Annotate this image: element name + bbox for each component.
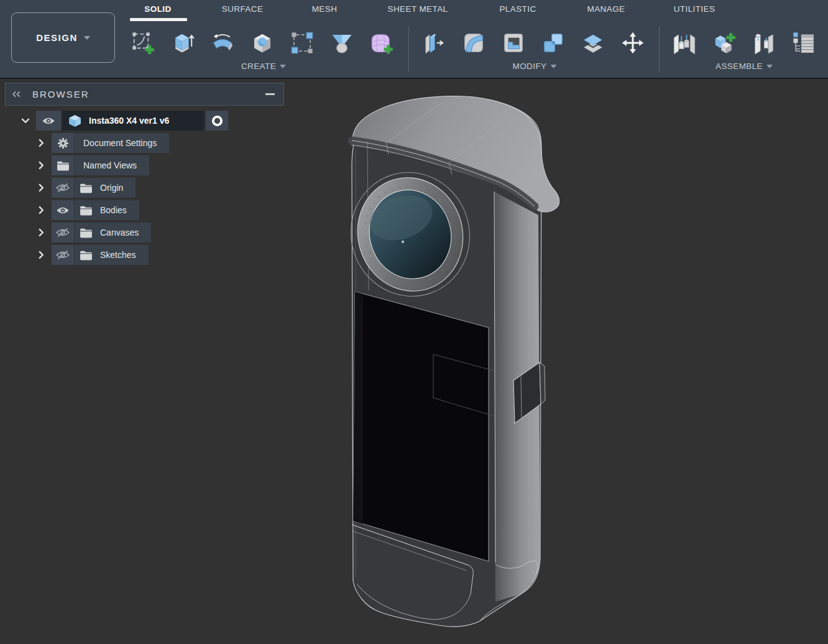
browser-item[interactable]: Bodies bbox=[74, 200, 139, 220]
browser-row-document-settings[interactable]: Document Settings bbox=[39, 133, 169, 153]
active-tab-underline bbox=[130, 18, 187, 21]
chevron-down-icon[interactable] bbox=[21, 118, 30, 124]
tab-plastic[interactable]: PLASTIC bbox=[499, 4, 536, 14]
chevron-right-icon[interactable] bbox=[39, 161, 44, 170]
visibility-toggle[interactable] bbox=[36, 111, 61, 131]
toolbar-divider bbox=[659, 26, 660, 72]
tab-solid[interactable]: SOLID bbox=[144, 4, 171, 14]
tool-create-form[interactable] bbox=[362, 25, 402, 61]
tab-utilities[interactable]: UTILITIES bbox=[674, 4, 715, 14]
assemble-tool-group bbox=[665, 25, 824, 61]
tool-hole[interactable] bbox=[242, 25, 282, 61]
extrude-icon bbox=[171, 31, 195, 55]
tool-revolve[interactable] bbox=[203, 25, 242, 61]
visibility-toggle[interactable] bbox=[52, 178, 74, 198]
browser-item-label: Sketches bbox=[100, 250, 136, 260]
tool-rectangular-pattern[interactable] bbox=[282, 25, 322, 61]
tab-manage[interactable]: MANAGE bbox=[587, 4, 625, 14]
chevron-down-icon bbox=[280, 65, 286, 68]
as-built-joint-icon bbox=[752, 31, 776, 55]
double-chevron-left-icon bbox=[12, 91, 21, 98]
create-group-dropdown[interactable]: CREATE bbox=[241, 62, 286, 71]
new-component-icon bbox=[712, 31, 736, 55]
chevron-right-icon[interactable] bbox=[39, 251, 44, 259]
folder-icon bbox=[80, 250, 93, 260]
browser-row-named-views[interactable]: Named Views bbox=[39, 155, 149, 175]
browser-row-origin[interactable]: Origin bbox=[39, 178, 136, 198]
camera-model bbox=[335, 96, 559, 627]
create-form-icon bbox=[370, 31, 393, 55]
eye-icon bbox=[42, 116, 55, 126]
tool-move-copy[interactable] bbox=[613, 25, 653, 61]
tool-press-pull[interactable] bbox=[414, 25, 454, 61]
chevron-right-icon[interactable] bbox=[39, 206, 44, 214]
browser-item-label: Origin bbox=[100, 183, 123, 193]
bill-of-materials-icon bbox=[792, 31, 816, 55]
eye-slash-icon bbox=[56, 228, 70, 237]
tool-extrude[interactable] bbox=[163, 25, 203, 61]
move-copy-icon bbox=[621, 31, 645, 55]
workspace-label: DESIGN bbox=[36, 32, 78, 43]
eye-slash-icon bbox=[56, 250, 70, 260]
tool-as-built-joint[interactable] bbox=[744, 25, 784, 61]
browser-panel-title: BROWSER bbox=[32, 89, 90, 99]
chevron-right-icon[interactable] bbox=[39, 183, 44, 192]
browser-item-label: Bodies bbox=[100, 205, 127, 215]
modify-tool-group bbox=[414, 25, 653, 61]
folder-icon bbox=[80, 183, 93, 193]
chevron-right-icon[interactable] bbox=[39, 228, 44, 237]
chevron-down-icon bbox=[84, 36, 90, 40]
browser-item-label[interactable]: Named Views bbox=[74, 155, 149, 175]
browser-item[interactable]: Sketches bbox=[74, 245, 149, 265]
top-toolbar: DESIGN SOLID SURFACE MESH SHEET METAL PL… bbox=[0, 0, 828, 79]
camera-screen bbox=[353, 292, 489, 561]
browser-item[interactable]: Origin bbox=[74, 178, 136, 198]
tool-loft[interactable] bbox=[322, 25, 362, 61]
tool-new-component[interactable] bbox=[704, 25, 744, 61]
eye-slash-icon bbox=[56, 183, 70, 193]
gear-icon bbox=[57, 137, 69, 149]
tab-surface[interactable]: SURFACE bbox=[222, 4, 264, 14]
rectangular-pattern-icon bbox=[290, 31, 314, 55]
browser-item-label[interactable]: Document Settings bbox=[74, 133, 169, 153]
browser-row-root[interactable]: Insta360 X4 ver1 v6 bbox=[21, 111, 228, 131]
tool-split-body[interactable] bbox=[573, 25, 613, 61]
chevron-right-icon[interactable] bbox=[39, 139, 44, 147]
modify-group-dropdown[interactable]: MODIFY bbox=[513, 62, 557, 71]
browser-row-canvases[interactable]: Canvases bbox=[39, 223, 151, 242]
collapse-panel-button[interactable] bbox=[12, 91, 21, 98]
visibility-toggle[interactable] bbox=[52, 200, 74, 220]
tab-sheet-metal[interactable]: SHEET METAL bbox=[388, 4, 448, 14]
create-sketch-icon bbox=[131, 31, 155, 55]
browser-item[interactable]: Canvases bbox=[74, 223, 151, 242]
model-viewport[interactable]: BROWSER Insta360 X4 ver1 v6 bbox=[0, 79, 828, 644]
combine-icon bbox=[541, 31, 565, 55]
toolbar-divider bbox=[408, 26, 409, 72]
revolve-icon bbox=[211, 31, 234, 55]
assemble-group-dropdown[interactable]: ASSEMBLE bbox=[715, 62, 773, 71]
tool-shell[interactable] bbox=[494, 25, 533, 61]
chevron-down-icon bbox=[766, 65, 773, 68]
tab-mesh[interactable]: MESH bbox=[312, 4, 338, 14]
tool-create-sketch[interactable] bbox=[123, 25, 163, 61]
browser-row-bodies[interactable]: Bodies bbox=[39, 200, 139, 220]
workspace-switcher-button[interactable]: DESIGN bbox=[11, 12, 115, 63]
eye-icon bbox=[56, 206, 70, 215]
circle-dot-icon bbox=[211, 114, 224, 127]
tool-joint[interactable] bbox=[665, 25, 704, 61]
lens-highlight-dot bbox=[402, 241, 404, 243]
tool-combine[interactable] bbox=[533, 25, 573, 61]
visibility-toggle[interactable] bbox=[52, 245, 74, 265]
folder-icon bbox=[80, 205, 93, 216]
shell-icon bbox=[502, 31, 525, 55]
browser-panel-header: BROWSER bbox=[5, 83, 284, 106]
press-pull-icon bbox=[422, 31, 446, 55]
browser-row-sketches[interactable]: Sketches bbox=[39, 245, 149, 265]
joint-icon bbox=[673, 31, 696, 55]
component-name-cell[interactable]: Insta360 X4 ver1 v6 bbox=[62, 111, 204, 131]
tool-bill-of-materials[interactable] bbox=[784, 25, 824, 61]
tool-fillet[interactable] bbox=[454, 25, 494, 61]
minimize-panel-button[interactable] bbox=[265, 93, 275, 95]
activate-component-radio[interactable] bbox=[206, 111, 228, 131]
visibility-toggle[interactable] bbox=[52, 223, 74, 242]
